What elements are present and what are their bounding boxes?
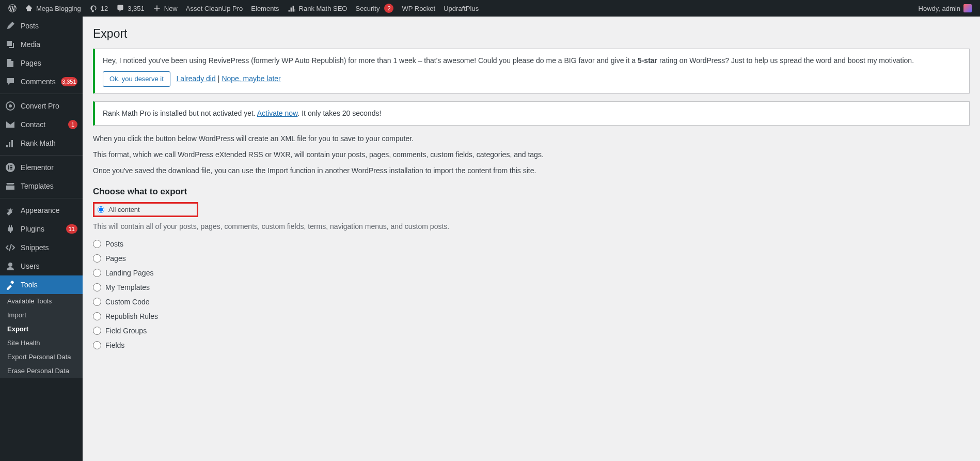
comments-badge: 3,351 [61, 77, 77, 86]
radio-fields[interactable] [93, 341, 101, 349]
admin-sidebar: Posts Media Pages Comments3,351 Convert … [0, 17, 83, 373]
radio-all-content[interactable] [98, 206, 104, 213]
radio-field-groups[interactable] [93, 327, 101, 335]
toolbar-rankmath[interactable]: Rank Math SEO [283, 0, 352, 17]
maybe-later-link[interactable]: Nope, maybe later [222, 74, 280, 83]
comments-link[interactable]: 3,351 [112, 0, 149, 17]
label-landing-pages[interactable]: Landing Pages [105, 269, 153, 277]
label-fields[interactable]: Fields [105, 341, 124, 349]
menu-templates[interactable]: Templates [0, 177, 83, 195]
menu-appearance[interactable]: Appearance [0, 201, 83, 220]
radio-row-pages: Pages [93, 251, 970, 266]
label-custom-code[interactable]: Custom Code [105, 298, 150, 306]
wp-logo[interactable] [4, 0, 21, 17]
radio-row-custom-code: Custom Code [93, 295, 970, 309]
menu-pages[interactable]: Pages [0, 54, 83, 72]
toolbar-security[interactable]: Security2 [351, 0, 398, 17]
sub-import[interactable]: Import [0, 308, 83, 322]
admin-bar: Mega Blogging 12 3,351 New Asset CleanUp… [0, 0, 980, 17]
menu-tools[interactable]: Tools [0, 275, 83, 294]
menu-elementor[interactable]: Elementor [0, 158, 83, 177]
plugins-badge: 11 [66, 224, 77, 234]
label-pages[interactable]: Pages [105, 254, 126, 263]
my-account[interactable]: Howdy, admin [914, 0, 976, 17]
menu-users[interactable]: Users [0, 257, 83, 275]
ok-deserve-button[interactable]: Ok, you deserve it [103, 71, 170, 87]
radio-pages[interactable] [93, 254, 101, 263]
menu-snippets[interactable]: Snippets [0, 238, 83, 257]
sub-erase-personal-data[interactable]: Erase Personal Data [0, 364, 83, 373]
label-republish-rules[interactable]: Republish Rules [105, 312, 158, 320]
export-desc-3: Once you've saved the download file, you… [93, 165, 970, 176]
activate-now-link[interactable]: Activate now [257, 109, 298, 117]
all-content-highlight: All content [93, 202, 198, 217]
sub-site-health[interactable]: Site Health [0, 336, 83, 350]
radio-republish-rules[interactable] [93, 312, 101, 320]
svg-point-1 [9, 104, 12, 107]
main-content: Export Hey, I noticed you've been using … [83, 17, 980, 373]
new-link[interactable]: New [149, 0, 182, 17]
contact-badge: 1 [68, 120, 77, 129]
radio-landing-pages[interactable] [93, 269, 101, 277]
sub-export[interactable]: Export [0, 322, 83, 336]
toolbar-elements[interactable]: Elements [247, 0, 283, 17]
radio-row-field-groups: Field Groups [93, 324, 970, 338]
updates-link[interactable]: 12 [85, 0, 112, 17]
label-posts[interactable]: Posts [105, 240, 123, 248]
sub-export-personal-data[interactable]: Export Personal Data [0, 350, 83, 364]
sub-available-tools[interactable]: Available Tools [0, 294, 83, 308]
toolbar-asset-cleanup[interactable]: Asset CleanUp Pro [182, 0, 247, 17]
label-field-groups[interactable]: Field Groups [105, 327, 147, 335]
radio-my-templates[interactable] [93, 283, 101, 291]
menu-comments[interactable]: Comments3,351 [0, 72, 83, 91]
tools-submenu: Available Tools Import Export Site Healt… [0, 294, 83, 373]
svg-point-3 [8, 263, 12, 267]
export-desc-2: This format, which we call WordPress eXt… [93, 149, 970, 160]
toolbar-wprocket[interactable]: WP Rocket [398, 0, 439, 17]
choose-export-heading: Choose what to export [93, 187, 970, 197]
security-badge: 2 [384, 4, 393, 13]
menu-media[interactable]: Media [0, 35, 83, 54]
radio-row-my-templates: My Templates [93, 280, 970, 295]
menu-rankmath[interactable]: Rank Math [0, 134, 83, 152]
radio-custom-code[interactable] [93, 298, 101, 306]
menu-contact[interactable]: Contact1 [0, 115, 83, 134]
notice-revivepress: Hey, I noticed you've been using ReviveP… [93, 49, 970, 94]
menu-plugins[interactable]: Plugins11 [0, 220, 83, 238]
radio-posts[interactable] [93, 240, 101, 248]
all-content-desc: This will contain all of your posts, pag… [93, 222, 970, 230]
radio-row-fields: Fields [93, 338, 970, 352]
menu-posts[interactable]: Posts [0, 17, 83, 35]
radio-row-posts: Posts [93, 237, 970, 251]
page-title: Export [93, 27, 970, 41]
label-my-templates[interactable]: My Templates [105, 283, 150, 291]
site-name[interactable]: Mega Blogging [21, 0, 85, 17]
radio-row-republish-rules: Republish Rules [93, 309, 970, 324]
already-did-link[interactable]: I already did [176, 74, 215, 83]
toolbar-updraft[interactable]: UpdraftPlus [439, 0, 483, 17]
notice-rankmath: Rank Math Pro is installed but not activ… [93, 101, 970, 126]
avatar [963, 4, 972, 12]
export-desc-1: When you click the button below WordPres… [93, 133, 970, 144]
label-all-content[interactable]: All content [108, 206, 140, 213]
radio-row-landing-pages: Landing Pages [93, 266, 970, 280]
menu-convertpro[interactable]: Convert Pro [0, 97, 83, 115]
